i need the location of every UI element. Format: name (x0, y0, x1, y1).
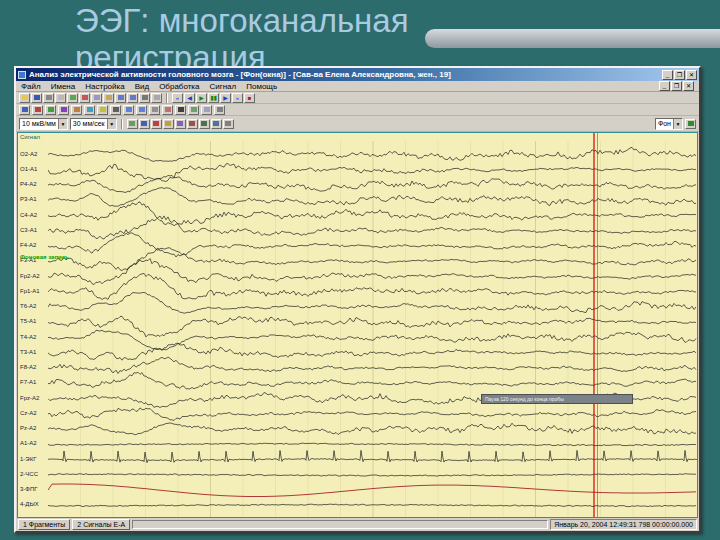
print-icon-glyph (46, 95, 52, 100)
pause-button[interactable]: ▮▮ (208, 93, 219, 103)
trace-O1-A1 (48, 164, 696, 182)
grid-toggle-icon[interactable] (127, 119, 138, 129)
marks-icon[interactable] (151, 119, 162, 129)
window-titlebar[interactable]: Анализ электрической активности головног… (16, 68, 699, 81)
open-file-icon[interactable] (19, 93, 30, 103)
epoch-icon[interactable] (175, 119, 186, 129)
menu-item-7[interactable]: Помощь (246, 82, 277, 91)
page-forward-button[interactable]: ▶ (220, 93, 231, 103)
menu-item-3[interactable]: Настройка (85, 82, 124, 91)
chevron-down-icon[interactable]: ▼ (58, 119, 67, 129)
split-view-icon-glyph (87, 107, 93, 112)
menu-item-6[interactable]: Сигнал (209, 82, 236, 91)
pause-tooltip: Пауза 120 секунд до конца пробы (481, 394, 633, 404)
artifact-icon[interactable] (187, 119, 198, 129)
eeg-app-window: Анализ электрической активности головног… (14, 66, 701, 533)
cut-icon-glyph (82, 95, 88, 100)
mdi-restore-button[interactable]: ❐ (671, 81, 682, 91)
zoom-in-icon[interactable] (123, 105, 134, 115)
toolbar-separator (166, 93, 168, 103)
cut-icon[interactable] (79, 93, 90, 103)
mdi-minimize-button[interactable]: _ (659, 81, 670, 91)
brain-map-icon-glyph (74, 107, 80, 112)
export-icon[interactable] (67, 93, 78, 103)
select-icon-glyph (152, 107, 158, 112)
channel-label-A1-A2: A1-A2 (20, 440, 37, 446)
montage-icon[interactable] (19, 105, 30, 115)
close-button[interactable]: ✕ (686, 70, 697, 80)
zoom-out-icon[interactable] (136, 105, 147, 115)
preview-icon[interactable] (55, 93, 66, 103)
undo-icon[interactable] (115, 93, 126, 103)
mode-combo[interactable]: Фон ▼ (655, 118, 683, 130)
spectrum-icon[interactable] (58, 105, 69, 115)
toolbar-display: 10 мкВ/мм ▼ 30 мм/сек ▼ Фон ▼ (16, 116, 699, 132)
split-view-icon[interactable] (84, 105, 95, 115)
save-file-icon[interactable] (31, 93, 42, 103)
erase-icon[interactable] (162, 105, 173, 115)
play-button[interactable]: ▶ (196, 93, 207, 103)
mdi-window-controls: _❐✕ (659, 81, 694, 91)
eeg-chart-area[interactable]: Сигнал O2-A2O1-A1P4-A2P3-A1C4-A2C3-A1F4-… (17, 132, 698, 518)
trace-4-ДЫХ (48, 504, 696, 507)
minimize-button[interactable]: _ (662, 70, 673, 80)
save-file-icon-glyph (34, 95, 40, 100)
lock-icon[interactable] (223, 119, 234, 129)
gain-combo[interactable]: 10 мкВ/мм ▼ (19, 118, 68, 130)
trace-C4-A2 (48, 202, 696, 226)
smooth-icon[interactable] (211, 119, 222, 129)
speed-combo[interactable]: 30 мм/сек ▼ (70, 118, 117, 130)
text-note-icon[interactable] (175, 105, 186, 115)
paste-icon[interactable] (103, 93, 114, 103)
status-tab-1[interactable]: 1 Фрагменты (18, 519, 70, 530)
baseline-icon[interactable] (199, 119, 210, 129)
chevron-down-icon[interactable]: ▼ (107, 119, 116, 129)
settings-icon[interactable] (214, 105, 225, 115)
find-icon-glyph (142, 95, 148, 100)
marker-icon[interactable] (97, 105, 108, 115)
page-back-button[interactable]: ◀ (184, 93, 195, 103)
properties-icon[interactable] (151, 93, 162, 103)
menu-item-1[interactable]: Файл (21, 82, 41, 91)
channel-labels-column: O2-A2O1-A1P4-A2P3-A1C4-A2C3-A1F4-A2F3-A1… (18, 133, 48, 517)
trace-F3-A1 (48, 248, 696, 271)
grid-icon[interactable] (188, 105, 199, 115)
chevron-down-icon[interactable]: ▼ (673, 119, 682, 129)
events-icon[interactable] (163, 119, 174, 129)
channel-label-Fp1-A1: Fp1-A1 (20, 288, 40, 294)
select-icon[interactable] (149, 105, 160, 115)
grid-icon-glyph (191, 107, 197, 112)
redo-icon[interactable] (127, 93, 138, 103)
status-tab-2[interactable]: 2 Сигналы Е-А (72, 519, 130, 530)
window-controls: _❐✕ (662, 70, 697, 80)
gain-icon[interactable] (45, 105, 56, 115)
timestamp: Январь 20, 2004 12:49:31 798 00:00:00.00… (550, 519, 697, 530)
brain-map-icon[interactable] (71, 105, 82, 115)
mdi-close-button[interactable]: ✕ (683, 81, 694, 91)
find-icon[interactable] (139, 93, 150, 103)
menu-item-2[interactable]: Имена (51, 82, 76, 91)
channel-label-O1-A1: O1-A1 (20, 166, 37, 172)
stop-button[interactable]: ■ (244, 93, 255, 103)
goto-start-button[interactable]: « (172, 93, 183, 103)
channel-label-C4-A2: C4-A2 (20, 212, 37, 218)
channel-label-Cz-A2: Cz-A2 (20, 410, 37, 416)
snapshot-icon[interactable] (201, 105, 212, 115)
filter-icon[interactable] (32, 105, 43, 115)
menu-item-5[interactable]: Обработка (159, 82, 199, 91)
ruler-icon[interactable] (110, 105, 121, 115)
channel-label-Pz-A2: Pz-A2 (20, 425, 36, 431)
cursor-mode-icon[interactable] (139, 119, 150, 129)
status-message-area (132, 520, 548, 529)
gain-combo-value: 10 мкВ/мм (22, 120, 56, 127)
menu-item-4[interactable]: Вид (135, 82, 149, 91)
undo-icon-glyph (118, 95, 124, 100)
print-icon[interactable] (43, 93, 54, 103)
goto-end-button[interactable]: » (232, 93, 243, 103)
toolbar-separator (121, 119, 123, 129)
cursor-mode-icon-glyph (141, 121, 147, 126)
maximize-button[interactable]: ❐ (674, 70, 685, 80)
properties-icon-glyph (154, 95, 160, 100)
copy-icon[interactable] (91, 93, 102, 103)
mode-apply-button[interactable] (685, 119, 696, 129)
